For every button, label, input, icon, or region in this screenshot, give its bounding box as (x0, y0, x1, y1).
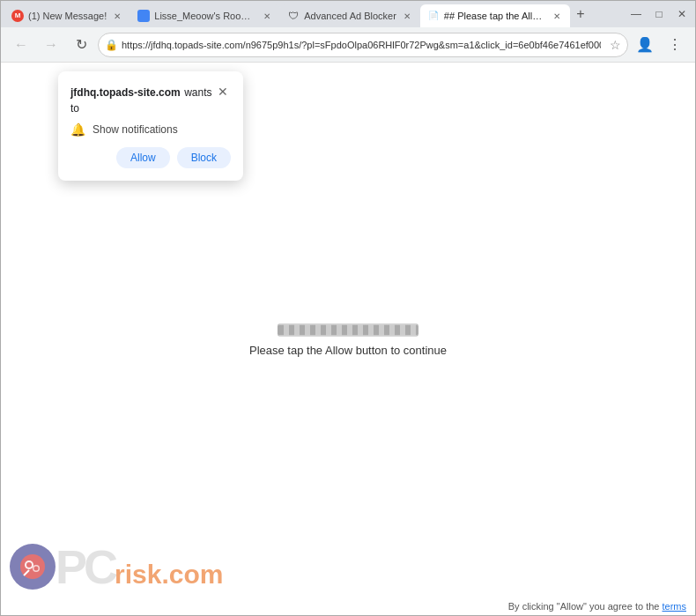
pcrisk-pc-text: PC (56, 543, 115, 590)
minimize-button[interactable]: — (626, 4, 646, 24)
progress-bar (278, 323, 418, 336)
svg-point-2 (26, 562, 32, 568)
browser-content: jfdhq.topads-site.com wants to ✕ 🔔 Show … (1, 63, 695, 616)
maximize-button[interactable]: □ (649, 4, 669, 24)
block-button[interactable]: Block (177, 147, 231, 168)
active-favicon: 📄 (427, 10, 440, 22)
tab-adblock[interactable]: 🛡 Advanced Ad Blocker ✕ (280, 4, 420, 27)
tab-adblock-label: Advanced Ad Blocker (304, 11, 396, 21)
tab-active-label: ## Please tap the Allow butto... (444, 11, 546, 21)
reload-button[interactable]: ↻ (68, 32, 94, 58)
back-button[interactable]: ← (8, 32, 34, 58)
pcrisk-text: PC risk.com (56, 543, 223, 590)
tab-chat-label: Lisse_Meoow's Room @ Che... (154, 11, 256, 21)
tab-gmail[interactable]: M (1) New Message! ✕ (4, 4, 130, 27)
tab-active[interactable]: 📄 ## Please tap the Allow butto... ✕ (420, 4, 570, 27)
svg-point-4 (34, 567, 39, 571)
tab-adblock-close[interactable]: ✕ (401, 10, 413, 22)
page-center: Please tap the Allow button to continue (249, 323, 447, 356)
tab-chat[interactable]: Lisse_Meoow's Room @ Che... ✕ (130, 4, 280, 27)
progress-bar-fill (278, 324, 418, 335)
terms-link[interactable]: terms (663, 601, 687, 612)
address-bar-wrap: 🔒 ☆ (98, 33, 628, 57)
tab-gmail-label: (1) New Message! (28, 11, 107, 21)
pcrisk-logo (10, 544, 56, 590)
popup-header: jfdhq.topads-site.com wants to ✕ (70, 84, 231, 115)
lock-icon: 🔒 (105, 39, 118, 51)
allow-button[interactable]: Allow (116, 147, 170, 168)
bell-icon: 🔔 (70, 122, 85, 137)
popup-title-wrap: jfdhq.topads-site.com wants to (70, 84, 216, 115)
forward-button[interactable]: → (38, 32, 64, 58)
profile-button[interactable]: 👤 (632, 32, 658, 58)
tab-chat-close[interactable]: ✕ (261, 10, 273, 22)
adblock-favicon: 🛡 (287, 10, 300, 22)
progress-text: Please tap the Allow button to continue (249, 343, 447, 356)
toolbar: ← → ↻ 🔒 ☆ 👤 ⋮ (1, 27, 695, 63)
gmail-favicon: M (11, 10, 24, 22)
address-input[interactable] (98, 33, 628, 57)
terms-prefix-text: By clicking "Allow" you agree to the (508, 601, 660, 612)
pcrisk-risk-text: risk.com (115, 560, 223, 590)
terms-footer: By clicking "Allow" you agree to the ter… (508, 601, 686, 612)
tab-gmail-close[interactable]: ✕ (111, 10, 123, 22)
popup-domain: jfdhq.topads-site.com (70, 86, 181, 99)
titlebar: M (1) New Message! ✕ Lisse_Meoow's Room … (1, 1, 695, 27)
notification-popup: jfdhq.topads-site.com wants to ✕ 🔔 Show … (58, 71, 243, 181)
pcrisk-watermark: PC risk.com (10, 543, 223, 590)
notification-item-label: Show notifications (93, 123, 178, 136)
close-window-button[interactable]: ✕ (672, 4, 692, 24)
tab-active-close[interactable]: ✕ (551, 10, 563, 22)
window-controls: — □ ✕ (626, 4, 692, 24)
chat-favicon (137, 10, 150, 22)
popup-close-button[interactable]: ✕ (216, 84, 231, 100)
new-tab-button[interactable]: + (570, 4, 591, 25)
bookmark-icon[interactable]: ☆ (610, 38, 621, 52)
popup-buttons: Allow Block (70, 147, 231, 168)
popup-notification-row: 🔔 Show notifications (70, 122, 231, 137)
menu-button[interactable]: ⋮ (662, 32, 688, 58)
